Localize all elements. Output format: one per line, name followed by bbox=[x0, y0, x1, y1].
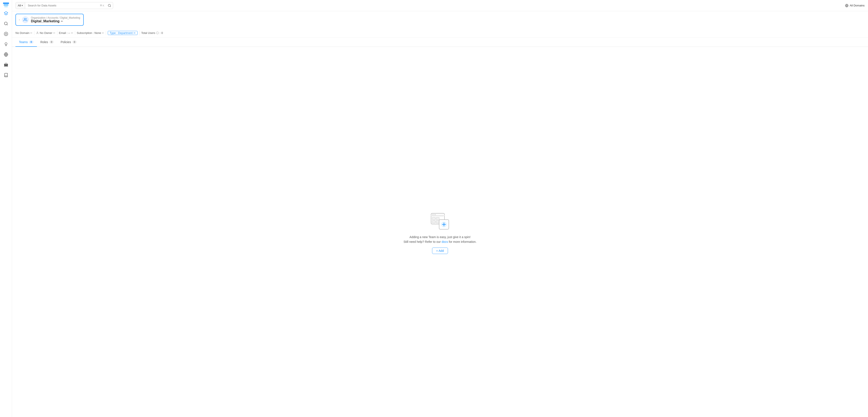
empty-line2-suffix: for more information. bbox=[448, 240, 476, 244]
subscription-meta: Subscription : None ✏ bbox=[77, 31, 106, 35]
edit-type-icon[interactable]: ✏ bbox=[133, 32, 136, 35]
sidebar-icon-layers[interactable] bbox=[2, 9, 10, 18]
svg-rect-10 bbox=[6, 64, 7, 66]
svg-rect-31 bbox=[436, 217, 439, 220]
svg-line-16 bbox=[110, 6, 111, 7]
search-input[interactable] bbox=[25, 4, 98, 7]
type-badge[interactable]: Type : Department ✏ bbox=[108, 31, 137, 35]
svg-marker-12 bbox=[4, 63, 8, 64]
svg-point-29 bbox=[435, 214, 436, 215]
empty-illustration bbox=[429, 210, 451, 231]
edit-subscription-icon[interactable]: ✏ bbox=[102, 32, 104, 35]
svg-line-2 bbox=[7, 25, 7, 25]
filter-label: All bbox=[18, 4, 21, 7]
svg-rect-30 bbox=[432, 217, 435, 220]
domain-label: All Domains bbox=[850, 4, 865, 7]
sidebar-icon-lightbulb[interactable] bbox=[2, 40, 10, 49]
empty-line2: Still need help? Refer to our docs for m… bbox=[404, 239, 476, 244]
subscription-label: Subscription : None bbox=[77, 31, 101, 35]
entity-header: › Organization / Accounts / bbox=[12, 11, 868, 28]
sidebar-icon-bank[interactable] bbox=[2, 61, 10, 69]
tab-roles[interactable]: Roles 0 bbox=[37, 38, 57, 47]
svg-point-20 bbox=[37, 32, 38, 33]
owner-meta: No Owner ✏ bbox=[36, 31, 57, 35]
policies-count: 0 bbox=[72, 40, 77, 43]
svg-rect-32 bbox=[432, 221, 435, 223]
svg-point-4 bbox=[5, 33, 6, 35]
svg-point-15 bbox=[108, 4, 111, 7]
search-filter-dropdown[interactable]: All ▾ bbox=[16, 2, 25, 9]
entity-avatar bbox=[22, 16, 29, 23]
empty-line2-prefix: Still need help? Refer to our bbox=[404, 240, 441, 244]
svg-rect-7 bbox=[4, 64, 5, 66]
svg-rect-8 bbox=[5, 64, 5, 66]
breadcrumb: Organization / Accounts / Digital_Market… bbox=[31, 16, 80, 19]
svg-point-27 bbox=[432, 214, 433, 215]
email-meta: Email : -- ✏ bbox=[59, 31, 75, 35]
edit-domain-icon[interactable]: ✏ bbox=[30, 32, 32, 35]
expand-icon[interactable]: › bbox=[19, 18, 20, 21]
total-users-meta: Total Users : 0 bbox=[141, 31, 165, 35]
empty-text: Adding a new Team is easy, just give it … bbox=[404, 235, 476, 244]
content-area: › Organization / Accounts / bbox=[12, 11, 868, 417]
svg-point-19 bbox=[24, 18, 26, 20]
total-users-label: Total Users bbox=[141, 31, 155, 35]
entity-title: Digital_Marketing ✏ bbox=[31, 19, 80, 23]
email-label: Email : -- bbox=[59, 31, 70, 35]
sidebar bbox=[0, 0, 12, 417]
search-submit-icon[interactable] bbox=[106, 2, 113, 9]
sidebar-icon-book[interactable] bbox=[2, 71, 10, 79]
sidebar-icon-globe[interactable] bbox=[2, 50, 10, 59]
no-owner-label: No Owner bbox=[40, 31, 52, 35]
add-team-button[interactable]: + Add bbox=[432, 248, 448, 254]
app-logo bbox=[3, 3, 9, 7]
chevron-down-icon: ▾ bbox=[22, 4, 23, 7]
total-users-count: 0 bbox=[161, 31, 163, 35]
no-domain-label: No Domain bbox=[16, 31, 29, 35]
sidebar-icon-search[interactable] bbox=[2, 19, 10, 28]
edit-owner-icon[interactable]: ✏ bbox=[53, 32, 55, 35]
keyboard-shortcut: ⌘ K bbox=[98, 4, 106, 7]
domain-meta: No Domain ✏ bbox=[16, 31, 34, 35]
search-bar[interactable]: All ▾ ⌘ K bbox=[16, 2, 113, 9]
person-icon bbox=[36, 32, 39, 34]
svg-rect-11 bbox=[7, 64, 7, 66]
svg-rect-9 bbox=[6, 64, 6, 66]
svg-rect-33 bbox=[436, 221, 439, 223]
svg-point-3 bbox=[4, 32, 8, 36]
sidebar-icon-discovery[interactable] bbox=[2, 30, 10, 38]
topbar: All ▾ ⌘ K All Domains bbox=[12, 0, 868, 11]
empty-state: Adding a new Team is easy, just give it … bbox=[12, 47, 868, 417]
tab-policies[interactable]: Policies 0 bbox=[57, 38, 80, 47]
info-icon bbox=[156, 32, 159, 34]
type-label: Type : Department bbox=[110, 31, 133, 35]
main-content: All ▾ ⌘ K All Domains bbox=[12, 0, 868, 417]
tabs: Teams 0 Roles 0 Policies 0 bbox=[12, 38, 868, 47]
edit-title-icon[interactable]: ✏ bbox=[61, 20, 63, 23]
type-meta: Type : Department ✏ bbox=[108, 30, 140, 35]
svg-point-28 bbox=[433, 214, 434, 215]
entity-info: Organization / Accounts / Digital_Market… bbox=[31, 16, 80, 23]
roles-count: 0 bbox=[50, 40, 54, 43]
svg-rect-26 bbox=[431, 215, 444, 216]
svg-point-1 bbox=[4, 22, 7, 25]
meta-bar: No Domain ✏ No Owner ✏ Email : -- ✏ Subs… bbox=[12, 28, 868, 38]
empty-line1: Adding a new Team is easy, just give it … bbox=[404, 235, 476, 239]
teams-count: 0 bbox=[29, 40, 33, 43]
entity-card: › Organization / Accounts / bbox=[16, 14, 84, 26]
domain-selector[interactable]: All Domains bbox=[845, 4, 865, 7]
docs-link[interactable]: docs bbox=[441, 240, 448, 244]
tab-teams[interactable]: Teams 0 bbox=[16, 38, 37, 47]
edit-email-icon[interactable]: ✏ bbox=[71, 32, 73, 35]
svg-marker-0 bbox=[4, 11, 8, 14]
